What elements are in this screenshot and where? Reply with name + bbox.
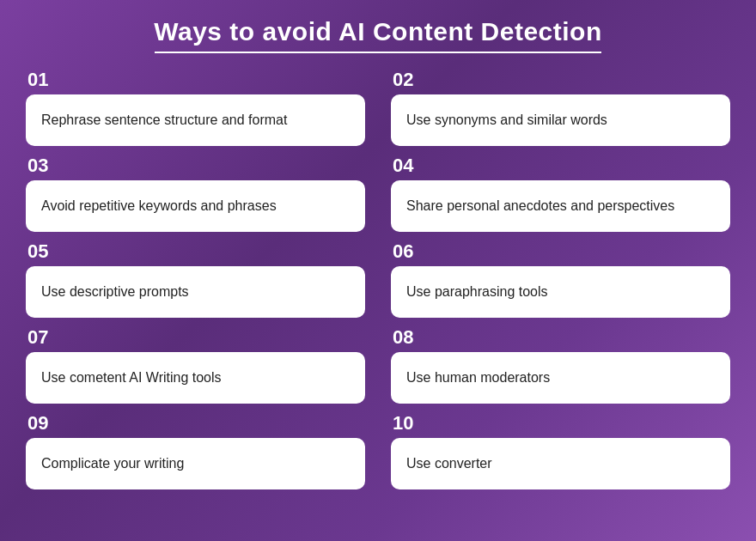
- page-title: Ways to avoid AI Content Detection: [26, 17, 730, 46]
- item-box-04: Share personal anecdotes and perspective…: [391, 180, 730, 232]
- item-number-04: 04: [391, 155, 730, 177]
- title-section: Ways to avoid AI Content Detection: [26, 17, 730, 53]
- title-underline: [155, 52, 601, 53]
- item-text-07: Use cometent AI Writing tools: [41, 368, 222, 387]
- list-item-02: 02Use synonyms and similar words: [391, 69, 730, 146]
- list-item-10: 10Use converter: [391, 412, 730, 489]
- list-item-05: 05Use descriptive prompts: [26, 240, 365, 318]
- item-box-06: Use paraphrasing tools: [391, 266, 730, 318]
- item-text-03: Avoid repetitive keywords and phrases: [41, 197, 277, 216]
- item-box-09: Complicate your writing: [26, 438, 365, 489]
- item-box-10: Use converter: [391, 438, 730, 489]
- item-number-06: 06: [391, 240, 730, 263]
- items-grid: 01Rephrase sentence structure and format…: [26, 69, 730, 489]
- list-item-06: 06Use paraphrasing tools: [391, 240, 730, 318]
- item-text-05: Use descriptive prompts: [41, 283, 189, 301]
- list-item-09: 09Complicate your writing: [26, 412, 365, 489]
- list-item-04: 04Share personal anecdotes and perspecti…: [391, 155, 730, 232]
- item-number-08: 08: [391, 326, 730, 349]
- list-item-01: 01Rephrase sentence structure and format: [26, 69, 365, 146]
- item-number-01: 01: [26, 69, 365, 91]
- item-number-10: 10: [391, 412, 730, 435]
- item-number-09: 09: [26, 412, 365, 435]
- list-item-08: 08Use human moderators: [391, 326, 730, 404]
- item-text-09: Complicate your writing: [41, 454, 184, 473]
- item-text-04: Share personal anecdotes and perspective…: [406, 197, 674, 216]
- list-item-07: 07Use cometent AI Writing tools: [26, 326, 365, 404]
- item-box-01: Rephrase sentence structure and format: [26, 94, 365, 146]
- item-number-02: 02: [391, 69, 730, 91]
- item-text-08: Use human moderators: [406, 368, 550, 387]
- item-text-02: Use synonyms and similar words: [406, 111, 607, 130]
- item-text-06: Use paraphrasing tools: [406, 283, 548, 301]
- item-box-05: Use descriptive prompts: [26, 266, 365, 318]
- item-number-05: 05: [26, 240, 365, 263]
- item-box-07: Use cometent AI Writing tools: [26, 352, 365, 404]
- item-number-07: 07: [26, 326, 365, 349]
- item-box-08: Use human moderators: [391, 352, 730, 404]
- item-text-10: Use converter: [406, 454, 492, 473]
- list-item-03: 03Avoid repetitive keywords and phrases: [26, 155, 365, 232]
- item-box-02: Use synonyms and similar words: [391, 94, 730, 146]
- item-number-03: 03: [26, 155, 365, 177]
- item-text-01: Rephrase sentence structure and format: [41, 111, 287, 130]
- item-box-03: Avoid repetitive keywords and phrases: [26, 180, 365, 232]
